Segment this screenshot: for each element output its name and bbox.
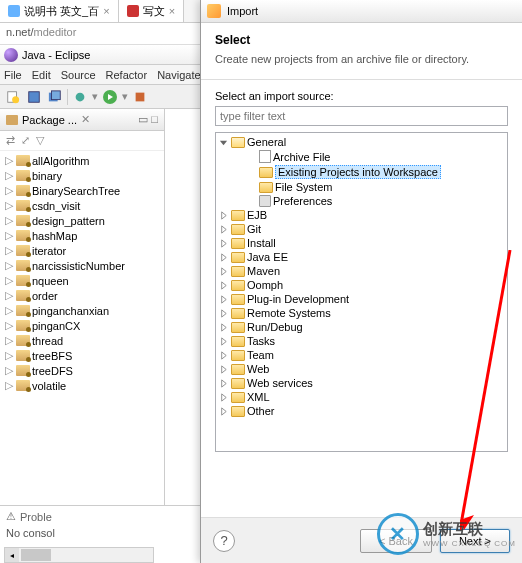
- expand-icon[interactable]: ▷: [4, 214, 14, 227]
- close-icon[interactable]: ✕: [81, 113, 90, 126]
- expand-icon[interactable]: ▷: [4, 274, 14, 287]
- expand-icon[interactable]: ▷: [4, 304, 14, 317]
- tree-item[interactable]: Team: [218, 348, 505, 362]
- tree-item[interactable]: Preferences: [218, 194, 505, 208]
- package-tree[interactable]: ▷allAlgorithm▷binary▷BinarySearchTree▷cs…: [0, 151, 164, 563]
- package-item[interactable]: ▷pinganchanxian: [0, 303, 164, 318]
- tree-item[interactable]: XML: [218, 390, 505, 404]
- expand-icon[interactable]: [218, 266, 229, 277]
- package-item[interactable]: ▷treeDFS: [0, 363, 164, 378]
- help-button[interactable]: ?: [213, 530, 235, 552]
- expand-icon[interactable]: [218, 280, 229, 291]
- tree-item[interactable]: Web: [218, 362, 505, 376]
- expand-icon[interactable]: ▷: [4, 379, 14, 392]
- problems-tab[interactable]: ⚠ Proble: [0, 508, 200, 525]
- tree-item[interactable]: Web services: [218, 376, 505, 390]
- run-button[interactable]: [101, 88, 119, 106]
- expand-icon[interactable]: ▷: [4, 184, 14, 197]
- expand-icon[interactable]: [218, 364, 229, 375]
- package-item[interactable]: ▷allAlgorithm: [0, 153, 164, 168]
- expand-icon[interactable]: ▷: [4, 334, 14, 347]
- tree-item[interactable]: Plug-in Development: [218, 292, 505, 306]
- save-all-button[interactable]: [46, 88, 64, 106]
- scroll-left-icon[interactable]: ◂: [5, 548, 19, 562]
- expand-icon[interactable]: [218, 322, 229, 333]
- package-item[interactable]: ▷csdn_visit: [0, 198, 164, 213]
- tree-item[interactable]: Run/Debug: [218, 320, 505, 334]
- expand-icon[interactable]: ▷: [4, 259, 14, 272]
- package-item[interactable]: ▷narcissisticNumber: [0, 258, 164, 273]
- expand-icon[interactable]: [218, 336, 229, 347]
- expand-icon[interactable]: [218, 350, 229, 361]
- tree-item[interactable]: Other: [218, 404, 505, 418]
- expand-icon[interactable]: [218, 210, 229, 221]
- tree-item[interactable]: Install: [218, 236, 505, 250]
- expand-icon[interactable]: [218, 294, 229, 305]
- package-item[interactable]: ▷iterator: [0, 243, 164, 258]
- expand-icon[interactable]: [218, 392, 229, 403]
- collapse-icon[interactable]: ⇄: [6, 134, 15, 147]
- expand-icon[interactable]: ▷: [4, 229, 14, 242]
- external-tools-button[interactable]: [131, 88, 149, 106]
- package-item[interactable]: ▷hashMap: [0, 228, 164, 243]
- folder-icon: [231, 308, 245, 319]
- menu-refactor[interactable]: Refactor: [106, 69, 148, 81]
- expand-icon[interactable]: [218, 378, 229, 389]
- expand-icon[interactable]: ▷: [4, 319, 14, 332]
- expand-icon[interactable]: ▷: [4, 364, 14, 377]
- minimize-icon[interactable]: ▭: [138, 113, 148, 126]
- menu-edit[interactable]: Edit: [32, 69, 51, 81]
- package-item[interactable]: ▷volatile: [0, 378, 164, 393]
- debug-button[interactable]: [71, 88, 89, 106]
- save-button[interactable]: [25, 88, 43, 106]
- expand-icon[interactable]: ▷: [4, 169, 14, 182]
- expand-icon[interactable]: ▷: [4, 289, 14, 302]
- tree-item[interactable]: Maven: [218, 264, 505, 278]
- tree-item-general[interactable]: General: [218, 135, 505, 149]
- package-item[interactable]: ▷nqueen: [0, 273, 164, 288]
- maximize-icon[interactable]: □: [151, 113, 158, 126]
- svg-rect-6: [136, 92, 145, 101]
- package-item[interactable]: ▷binary: [0, 168, 164, 183]
- expand-icon[interactable]: ▷: [4, 244, 14, 257]
- package-item[interactable]: ▷BinarySearchTree: [0, 183, 164, 198]
- expand-icon[interactable]: ▷: [4, 154, 14, 167]
- close-icon[interactable]: ×: [169, 5, 175, 17]
- horizontal-scrollbar[interactable]: ◂: [4, 547, 154, 563]
- scroll-thumb[interactable]: [21, 549, 51, 561]
- package-item[interactable]: ▷thread: [0, 333, 164, 348]
- expand-icon[interactable]: [218, 238, 229, 249]
- tree-item[interactable]: EJB: [218, 208, 505, 222]
- expand-icon[interactable]: [218, 308, 229, 319]
- tree-item[interactable]: File System: [218, 180, 505, 194]
- tree-item[interactable]: Archive File: [218, 149, 505, 164]
- package-item[interactable]: ▷order: [0, 288, 164, 303]
- new-button[interactable]: [4, 88, 22, 106]
- collapse-icon[interactable]: [218, 137, 229, 148]
- menu-icon[interactable]: ▽: [36, 134, 44, 147]
- close-icon[interactable]: ×: [103, 5, 109, 17]
- expand-icon[interactable]: [218, 252, 229, 263]
- menu-navigate[interactable]: Navigate: [157, 69, 200, 81]
- tree-item[interactable]: Existing Projects into Workspace: [218, 164, 505, 180]
- package-item[interactable]: ▷design_pattern: [0, 213, 164, 228]
- menu-file[interactable]: File: [4, 69, 22, 81]
- tree-item[interactable]: Java EE: [218, 250, 505, 264]
- source-folder-icon: [16, 335, 30, 346]
- filter-input[interactable]: [215, 106, 508, 126]
- browser-tab-2[interactable]: 写文 ×: [119, 0, 184, 22]
- package-item[interactable]: ▷treeBFS: [0, 348, 164, 363]
- expand-icon[interactable]: [218, 406, 229, 417]
- expand-icon[interactable]: ▷: [4, 349, 14, 362]
- import-tree[interactable]: GeneralArchive FileExisting Projects int…: [215, 132, 508, 452]
- package-item[interactable]: ▷pinganCX: [0, 318, 164, 333]
- expand-icon[interactable]: [218, 224, 229, 235]
- tree-item[interactable]: Git: [218, 222, 505, 236]
- tree-item[interactable]: Tasks: [218, 334, 505, 348]
- tree-item[interactable]: Remote Systems: [218, 306, 505, 320]
- link-icon[interactable]: ⤢: [21, 134, 30, 147]
- menu-source[interactable]: Source: [61, 69, 96, 81]
- expand-icon[interactable]: ▷: [4, 199, 14, 212]
- browser-tab-1[interactable]: 说明书 英文_百 ×: [0, 0, 119, 22]
- tree-item[interactable]: Oomph: [218, 278, 505, 292]
